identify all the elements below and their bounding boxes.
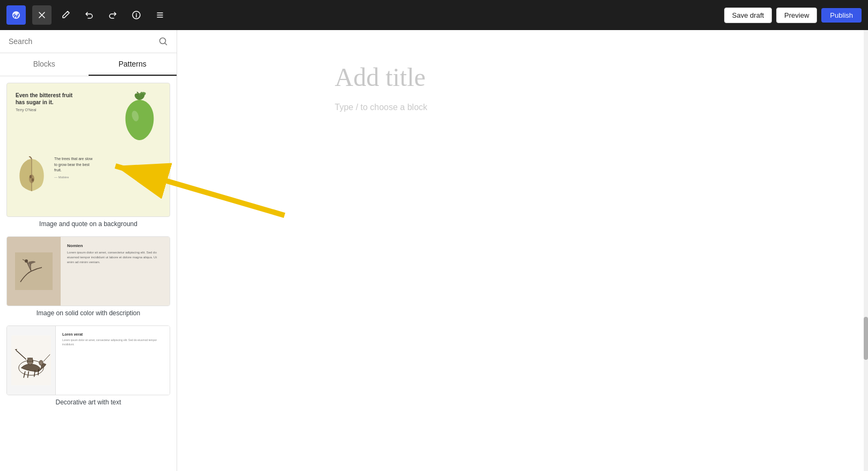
pattern1-author: — Molière (54, 176, 92, 179)
svg-point-6 (30, 175, 32, 178)
edit-button[interactable] (56, 5, 75, 25)
pattern3-art-icon (11, 334, 51, 387)
list-view-button[interactable] (150, 5, 170, 25)
svg-rect-14 (28, 358, 33, 361)
sidebar: Blocks Patterns Even the bitterest fruit… (0, 30, 177, 471)
pattern2-art-icon (15, 252, 53, 290)
editor-area[interactable]: Add title Type / to choose a block (177, 30, 868, 471)
tab-patterns[interactable]: Patterns (89, 53, 177, 76)
pattern2-body: Lorem ipsum dolor sit amet, consectetur … (67, 250, 163, 265)
editor-title-placeholder[interactable]: Add title (335, 62, 711, 92)
pattern2-img (7, 237, 61, 306)
svg-point-7 (32, 178, 34, 182)
pattern3-img (7, 326, 55, 395)
close-button[interactable] (32, 5, 52, 25)
tabs: Blocks Patterns (0, 53, 177, 76)
pattern3-body: Lorem ipsum dolor sit amet, consectetur … (62, 338, 163, 346)
svg-point-16 (39, 360, 43, 365)
editor-content-placeholder[interactable]: Type / to choose a block (335, 103, 711, 112)
svg-rect-9 (15, 252, 53, 290)
info-button[interactable] (127, 5, 146, 25)
editor-content: Add title Type / to choose a block (335, 62, 711, 112)
pear-whole-icon (118, 92, 161, 146)
pattern-card-3[interactable]: Loren verat Lorem ipsum dolor sit amet, … (6, 325, 170, 406)
pattern-2-preview: Nomien Lorem ipsum dolor sit amet, conse… (6, 236, 170, 306)
pear-half-icon (16, 156, 48, 191)
pattern-3-preview: Loren verat Lorem ipsum dolor sit amet, … (6, 325, 170, 395)
pattern-3-label: Decorative art with text (6, 398, 170, 406)
search-icon-button[interactable] (158, 37, 168, 46)
patterns-list: Even the bitterest fruithas sugar in it.… (0, 76, 177, 412)
svg-point-10 (25, 259, 28, 263)
pattern1-quote: The trees that are slowto grow bear the … (54, 156, 92, 173)
tab-blocks[interactable]: Blocks (0, 53, 89, 76)
pattern3-text: Loren verat Lorem ipsum dolor sit amet, … (55, 326, 170, 395)
pattern2-heading: Nomien (67, 243, 163, 248)
pattern2-text: Nomien Lorem ipsum dolor sit amet, conse… (61, 237, 170, 306)
publish-button[interactable]: Publish (821, 8, 862, 23)
redo-button[interactable] (103, 5, 122, 25)
wp-logo[interactable] (6, 5, 26, 25)
pattern1-title: Even the bitterest fruithas sugar in it. (16, 92, 113, 106)
pattern1-subtitle: Terry O'Neal (16, 108, 113, 112)
pattern-2-label: Image on solid color with description (6, 309, 170, 317)
patterns-scroll[interactable]: Even the bitterest fruithas sugar in it.… (0, 76, 177, 471)
undo-button[interactable] (79, 5, 99, 25)
preview-button[interactable]: Preview (776, 8, 817, 23)
save-draft-button[interactable]: Save draft (724, 8, 772, 23)
pattern-1-label: Image and quote on a background (6, 220, 170, 228)
main-layout: Blocks Patterns Even the bitterest fruit… (0, 30, 868, 471)
pattern3-heading: Loren verat (62, 332, 163, 336)
toolbar: Save draft Preview Publish (0, 0, 868, 30)
svg-point-2 (160, 38, 166, 44)
pattern-card-2[interactable]: Nomien Lorem ipsum dolor sit amet, conse… (6, 236, 170, 317)
search-input[interactable] (9, 37, 154, 46)
search-container (0, 30, 177, 53)
pattern-1-preview: Even the bitterest fruithas sugar in it.… (6, 83, 170, 217)
pattern-card-1[interactable]: Even the bitterest fruithas sugar in it.… (6, 83, 170, 228)
